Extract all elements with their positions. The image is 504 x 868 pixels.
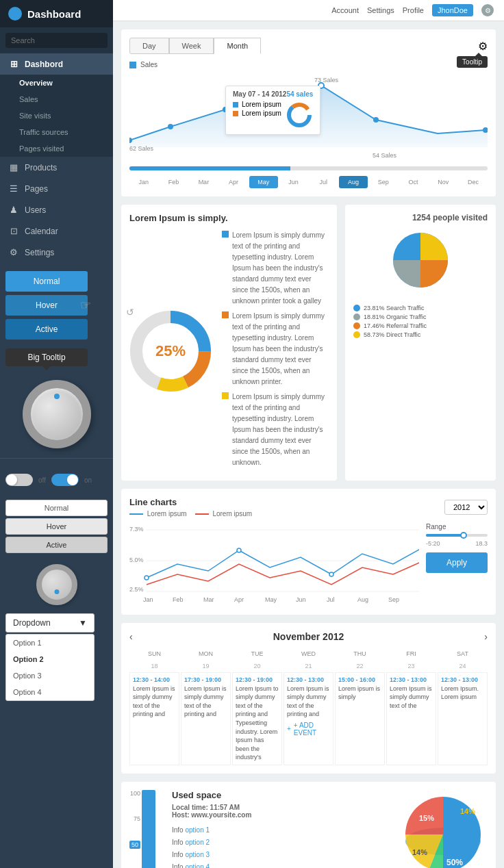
toggle-off[interactable]	[5, 474, 33, 486]
month-may[interactable]: May	[249, 176, 278, 188]
tooltip-box: Tooltip	[457, 56, 488, 68]
sidebar-item-users[interactable]: ♟ Users	[0, 199, 113, 220]
cal-cell-sun[interactable]: 12:30 - 14:00 Lorem Ipsum is simply dumm…	[129, 672, 179, 765]
visitors-section: 1254 people visited 23.81% Search Traffi…	[345, 205, 496, 481]
account-link[interactable]: Account	[331, 6, 359, 14]
svg-text:Aug: Aug	[357, 596, 368, 603]
month-jun[interactable]: Jun	[279, 176, 308, 188]
dropdown-option-2[interactable]: Option 2	[6, 651, 94, 667]
add-event-button[interactable]: + + ADD EVENT	[287, 722, 330, 737]
text-btn-active[interactable]: Active	[5, 537, 108, 553]
month-dec[interactable]: Dec	[459, 176, 488, 188]
month-nov[interactable]: Nov	[429, 176, 458, 188]
range-slider-row	[426, 534, 488, 537]
month-feb[interactable]: Feb	[160, 176, 188, 188]
month-mar[interactable]: Mar	[190, 176, 218, 188]
svg-text:14%: 14%	[412, 848, 427, 856]
app-logo: Dashboard	[0, 0, 113, 27]
big-knob[interactable]	[23, 380, 91, 448]
toggle-on[interactable]	[51, 474, 79, 486]
text-btn-section: Normal Hover Active	[0, 497, 113, 561]
small-knob[interactable]	[36, 564, 77, 605]
month-apr[interactable]: Apr	[219, 176, 248, 188]
svg-text:54 Sales: 54 Sales	[373, 152, 397, 159]
svg-text:7.3%: 7.3%	[129, 526, 144, 533]
month-jul[interactable]: Jul	[310, 176, 338, 188]
vbar-selected: 50	[129, 841, 140, 849]
cal-date-19: 19	[181, 661, 231, 671]
dropdown-option-3[interactable]: Option 3	[6, 667, 94, 684]
text-btn-normal[interactable]: Normal	[5, 500, 108, 516]
donut-container: ↺ 25% Lore	[129, 230, 329, 472]
settings-link[interactable]: Settings	[367, 6, 394, 14]
cal-prev-button[interactable]: ‹	[129, 631, 133, 642]
user-badge[interactable]: JhonDoe	[432, 4, 473, 16]
sidebar-sub-pages[interactable]: Pages visited	[0, 140, 113, 157]
svg-point-27	[237, 548, 241, 552]
sidebar-label-users: Users	[25, 205, 46, 215]
cal-day-thu: THU	[335, 648, 385, 660]
content-area: Day Week Month ⚙ Tooltip Sales	[113, 21, 504, 868]
sidebar-sub-overview[interactable]: Overview	[0, 75, 113, 91]
month-sep[interactable]: Sep	[369, 176, 398, 188]
sidebar-buttons: Normal Hover ☞ Active Big Tooltip	[0, 263, 113, 374]
month-jan[interactable]: Jan	[129, 176, 158, 188]
cal-time-sun: 12:30 - 14:00	[133, 676, 170, 683]
text-btn-hover[interactable]: Hover	[5, 518, 108, 535]
svg-text:Apr: Apr	[234, 596, 244, 603]
svg-point-2	[168, 124, 173, 129]
search-input[interactable]	[5, 33, 108, 48]
sidebar-nav: ⊞ Dashbord Overview Sales Site visits Tr…	[0, 53, 113, 263]
sidebar-item-settings[interactable]: ⚙ Settings	[0, 242, 113, 263]
pie-dot-3	[353, 322, 360, 329]
sidebar-sub-sales[interactable]: Sales	[0, 91, 113, 107]
year-select[interactable]: 2012	[444, 500, 488, 515]
sidebar-item-products[interactable]: ▦ Products	[0, 157, 113, 178]
cal-day-mon: MON	[181, 648, 231, 660]
month-oct[interactable]: Oct	[399, 176, 428, 188]
pie-dot-1	[353, 305, 360, 311]
sidebar-item-pages[interactable]: ☰ Pages	[0, 178, 113, 199]
active-button[interactable]: Active	[5, 319, 88, 340]
sidebar-sub-traffic[interactable]: Traffic sources	[0, 124, 113, 140]
tooltip-dot-1	[233, 102, 238, 107]
cal-cell-tue[interactable]: 12:30 - 19:00 Lorem Ipsum to simply dumm…	[232, 672, 282, 765]
top-gear-icon[interactable]: ⚙	[481, 4, 494, 16]
sidebar-item-calendar[interactable]: ⊡ Calendar	[0, 220, 113, 242]
svg-text:Feb: Feb	[173, 596, 184, 603]
sidebar-label-pages: Pages	[25, 184, 48, 194]
range-minmax: -5:20 18.3	[426, 540, 488, 547]
dropdown-option-4[interactable]: Option 4	[6, 684, 94, 700]
big-tooltip-button[interactable]: Big Tooltip	[5, 348, 88, 366]
gear-icon[interactable]: ⚙	[478, 40, 488, 52]
sidebar-sub-sitevisits[interactable]: Site visits	[0, 107, 113, 124]
profile-link[interactable]: Profile	[403, 6, 424, 14]
vbar-labels: 100 75 50 25 0	[129, 790, 140, 868]
dropdown-button[interactable]: Dropdown ▼	[5, 613, 94, 633]
lc-legend-2: Lorem ipsum	[195, 510, 253, 518]
range-slider[interactable]	[426, 534, 488, 537]
normal-button[interactable]: Normal	[5, 271, 88, 292]
range-thumb[interactable]	[460, 532, 467, 539]
tab-day[interactable]: Day	[129, 38, 169, 54]
hover-button[interactable]: Hover ☞	[5, 295, 88, 316]
pie-dot-4	[353, 331, 360, 338]
month-aug[interactable]: Aug	[339, 176, 368, 188]
cal-cell-sat[interactable]: 12:30 - 13:00 Lorem Ipsum. Lorem ipsum	[438, 672, 488, 765]
cal-next-button[interactable]: ›	[484, 631, 488, 642]
cal-date-23: 23	[386, 661, 436, 671]
refresh-icon[interactable]: ↺	[126, 307, 134, 318]
apply-button[interactable]: Apply	[426, 552, 488, 573]
cal-cell-fri[interactable]: 12:30 - 13:00 Lorem Ipsum is simply dumm…	[386, 672, 436, 765]
cal-cell-wed[interactable]: 12:30 - 13:00 Lorem Ipsum is simply dumm…	[284, 672, 333, 765]
cal-cell-mon[interactable]: 17:30 - 19:00 Lorem Ipsum is simply dumm…	[181, 672, 231, 765]
cal-cell-thu[interactable]: 15:00 - 16:00 Lorem ipsum is simply	[335, 672, 385, 765]
tab-week[interactable]: Week	[169, 38, 214, 54]
tab-month[interactable]: Month	[214, 38, 261, 54]
dropdown-option-1[interactable]: Option 1	[6, 635, 94, 651]
toggle-thumb-on	[67, 474, 78, 485]
donut-wrap: ↺ 25%	[129, 310, 212, 392]
sidebar-item-dashboard[interactable]: ⊞ Dashbord	[0, 53, 113, 75]
timeline-bar[interactable]	[129, 166, 488, 170]
top-bar: Account Settings Profile JhonDoe ⚙	[113, 0, 504, 21]
